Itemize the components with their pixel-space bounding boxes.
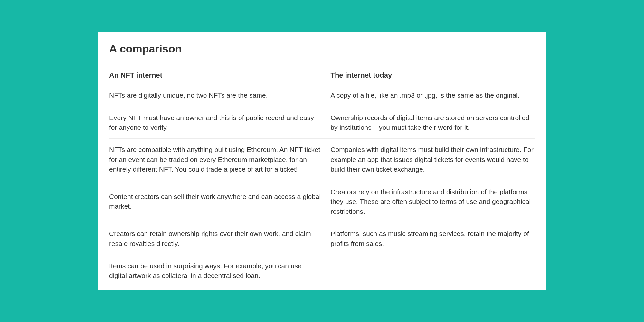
cell-right: Companies with digital items must build … [330, 139, 535, 181]
cell-left: NFTs are compatible with anything built … [109, 139, 330, 181]
cell-left: Items can be used in surprising ways. Fo… [109, 255, 330, 280]
cell-left: Creators can retain ownership rights ove… [109, 223, 330, 255]
table-row: Items can be used in surprising ways. Fo… [109, 255, 535, 280]
cell-right: Creators rely on the infrastructure and … [330, 181, 535, 223]
table-header-row: An NFT internet The internet today [109, 71, 535, 84]
cell-left: NFTs are digitally unique, no two NFTs a… [109, 84, 330, 107]
table-row: Creators can retain ownership rights ove… [109, 223, 535, 255]
cell-left: Every NFT must have an owner and this is… [109, 107, 330, 139]
cell-right: Platforms, such as music streaming servi… [330, 223, 535, 255]
comparison-table: An NFT internet The internet today NFTs … [109, 71, 535, 281]
cell-left: Content creators can sell their work any… [109, 181, 330, 223]
column-header-left: An NFT internet [109, 71, 330, 84]
comparison-card: A comparison An NFT internet The interne… [98, 32, 546, 290]
cell-right: Ownership records of digital items are s… [330, 107, 535, 139]
section-title: A comparison [109, 43, 535, 55]
table-row: NFTs are compatible with anything built … [109, 139, 535, 181]
table-row: Every NFT must have an owner and this is… [109, 107, 535, 139]
cell-right: A copy of a file, like an .mp3 or .jpg, … [330, 84, 535, 107]
column-header-right: The internet today [330, 71, 535, 84]
table-row: NFTs are digitally unique, no two NFTs a… [109, 84, 535, 107]
table-row: Content creators can sell their work any… [109, 181, 535, 223]
cell-right [330, 255, 535, 280]
